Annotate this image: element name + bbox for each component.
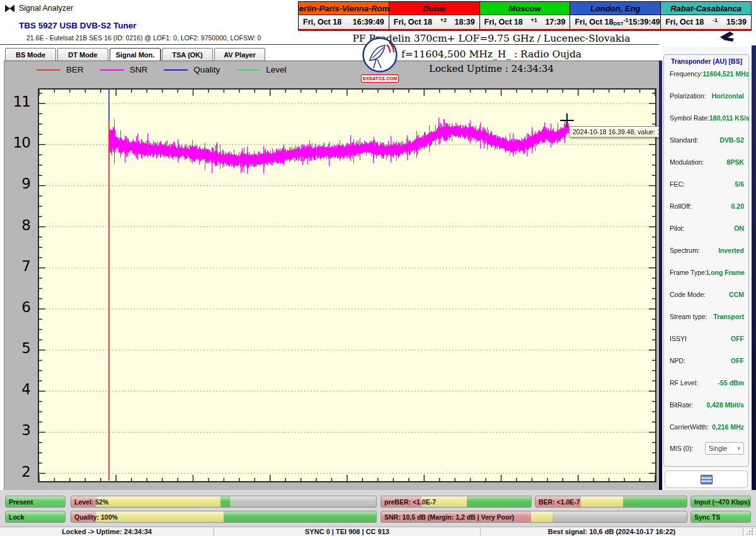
transponder-row: Spectrum: Inverted — [670, 247, 744, 254]
transponder-groupbox: Transponder (AU) [BS] Frequency: 11604,5… — [663, 54, 749, 467]
transponder-row: ISSYI OFF — [670, 335, 744, 342]
transponder-row: FEC: 5/6 — [670, 180, 744, 188]
transponder-row-label: Pilot: — [670, 224, 684, 232]
snr-chart[interactable] — [38, 88, 656, 482]
transponder-row-value: Inverted — [718, 247, 744, 254]
mode-tab[interactable]: TSA (OK) — [162, 48, 213, 61]
clock-time: Fri, Oct 18 -1 15:39 — [661, 15, 751, 29]
mis-row: MIS (0): Single ▾ — [670, 442, 744, 455]
transponder-row-label: Symbol Rate: — [670, 114, 709, 122]
legend-item: BER — [37, 65, 84, 74]
transponder-row: Stream type: Transport — [670, 313, 744, 320]
clock-date: Fri, Oct 18 — [303, 18, 341, 26]
window-title: Signal Analyzer — [19, 4, 73, 13]
transponder-row-label: Frequency: — [670, 70, 703, 78]
tuner-name: TBS 5927 USB DVB-S2 Tuner — [19, 21, 137, 30]
transponder-row-label: BitRate: — [670, 401, 693, 409]
mode-tab[interactable]: DT Mode — [57, 48, 108, 61]
y-axis-tick-label: 9 — [9, 175, 30, 192]
clock-time-value: 15:39 — [726, 18, 747, 26]
legend-color-line — [100, 69, 124, 71]
transponder-row-value: OFF — [731, 357, 744, 364]
mode-tab[interactable]: Signal Mon. — [110, 48, 161, 61]
snr-chart-canvas[interactable] — [39, 90, 655, 481]
transponder-row-value: ON — [734, 224, 744, 232]
satellite-dish-icon — [361, 37, 399, 73]
transponder-row-label: Stream type: — [670, 313, 707, 320]
mode-tabs: BS ModeDT ModeSignal Mon.TSA (OK)AV Play… — [5, 48, 266, 61]
cursor-icon — [720, 32, 734, 42]
export-button[interactable] — [665, 470, 748, 488]
transponder-row-value: Horizontal — [712, 92, 744, 100]
transponder-row-value: 0,216 MHz — [712, 423, 744, 431]
transponder-row-label: FEC: — [670, 180, 685, 188]
dxsatcs-logo: DXSATCS.COM — [361, 37, 399, 83]
mode-tab[interactable]: AV Player — [214, 48, 265, 61]
y-axis-tick-label: 5 — [9, 340, 30, 356]
clock-panel: Dubai Fri, Oct 18 +2 18:39 — [389, 2, 479, 29]
y-axis-tick-label: 10 — [9, 134, 30, 151]
clock-utc-offset: -1 — [624, 17, 629, 23]
preber-bar: preBER: <1.0E-7 — [381, 496, 532, 508]
legend-color-line — [236, 69, 260, 71]
header-divider — [0, 44, 659, 45]
transponder-row: BitRate: 0,428 Mbit/s — [670, 401, 744, 409]
legend-label: Level — [266, 65, 286, 74]
clock-date: Fri, Oct 18 — [575, 18, 613, 26]
transponder-row-value: 180,011 KS/s — [709, 114, 750, 122]
transponder-row: Standard: DVB-S2 — [670, 136, 744, 144]
chevron-down-icon: ▾ — [737, 445, 740, 452]
clock-city-label: Dubai — [389, 2, 479, 15]
crosshair-cursor-v — [566, 114, 568, 127]
resize-grip[interactable] — [743, 527, 755, 536]
input-bar: Input (~470 Kbps) — [690, 496, 751, 508]
transponder-panel: Transponder (AU) [BS] Frequency: 11604,5… — [662, 47, 752, 490]
clock-city-label: London, Eng — [570, 2, 660, 15]
table-icon — [701, 475, 713, 484]
frequency-title: f=11604,500 MHz_H_ : Radio Oujda — [290, 49, 693, 60]
locked-uptime-title: Locked Uptime : 24:34:34 — [290, 63, 693, 74]
mis-dropdown[interactable]: Single ▾ — [705, 442, 744, 455]
transponder-row: Polarization: Horizontal — [670, 92, 744, 100]
clock-panel: Berlin-Paris-Vienna-Roma Fri, Oct 18 16:… — [299, 2, 389, 29]
transponder-row: Modulation: 8PSK — [670, 158, 744, 166]
y-axis-tick-label: 6 — [9, 299, 30, 315]
transponder-row-label: Standard: — [670, 136, 699, 144]
transponder-row-label: Code Mode: — [670, 291, 706, 298]
clock-time: Fri, Oct 18 +2 18:39 — [389, 15, 479, 29]
transponder-row-value: 11604,521 MHz — [703, 70, 750, 78]
transponder-row: Pilot: ON — [670, 224, 744, 232]
clock-city-label: Moscow — [480, 2, 570, 15]
clock-time-value: 18:39 — [455, 18, 475, 26]
y-axis-tick-label: 2 — [9, 463, 30, 480]
transponder-row: CarrierWidth: 0,216 MHz — [670, 423, 744, 431]
mode-tab[interactable]: BS Mode — [5, 48, 56, 61]
mis-selected-value: Single — [709, 445, 727, 452]
status-lock-uptime: Locked -> Uptime: 24:34:34 — [0, 527, 214, 536]
satellite-info: 21.6E - Eutelsat 21B SES 16 (ID: 0216) @… — [26, 34, 261, 42]
status-bar: Locked -> Uptime: 24:34:34 SYNC 0 | TEI … — [0, 527, 756, 536]
legend-item: Level — [236, 65, 286, 74]
transponder-title: Transponder (AU) [BS] — [669, 57, 744, 65]
transponder-row: Code Mode: CCM — [670, 291, 744, 298]
transponder-row: RollOff: 0.20 — [670, 202, 744, 210]
lock-bar: Lock — [5, 511, 66, 523]
quality-bar: Quality: 100% — [71, 511, 377, 523]
signal-analyzer-window: Signal Analyzer Berlin-Paris-Vienna-Roma… — [0, 0, 756, 536]
transponder-row-label: Polarization: — [670, 92, 706, 100]
level-bar: Level: 52% — [71, 496, 377, 508]
transponder-row-value: 8PSK — [727, 158, 744, 166]
chart-legend: BER SNR Quality Level — [37, 65, 303, 74]
clock-panel: Rabat-Casablanca Fri, Oct 18 -1 15:39 — [660, 2, 751, 29]
transponder-row-label: CarrierWidth: — [670, 423, 709, 431]
clock-time-value: 16:39:49 — [353, 18, 384, 26]
clock-time-value: 15:39:49 — [629, 18, 660, 26]
legend-label: BER — [66, 65, 84, 74]
transponder-row: Symbol Rate: 180,011 KS/s — [670, 114, 744, 122]
transponder-row-value: 0.20 — [731, 202, 744, 210]
legend-item: Quality — [164, 65, 220, 74]
y-axis-tick-label: 7 — [9, 258, 30, 274]
y-axis-tick-label: 4 — [9, 381, 30, 397]
value-tooltip: 2024-10-18 16.39.48, value: 10,5 — [569, 126, 674, 137]
snr-bar: SNR: 10,5 dB (Margin: 1,2 dB | Very Poor… — [381, 511, 687, 523]
